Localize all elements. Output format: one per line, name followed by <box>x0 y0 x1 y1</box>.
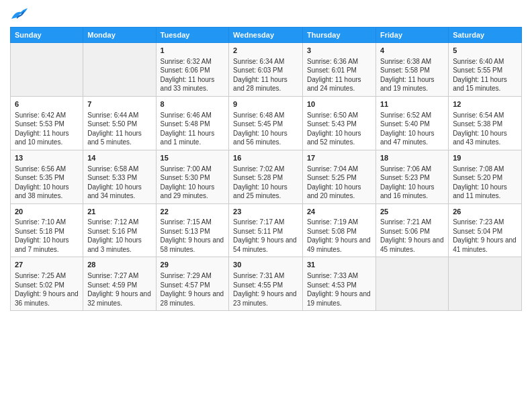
day-info: Sunrise: 6:54 AMSunset: 5:38 PMDaylight:… <box>453 111 517 147</box>
day-number: 25 <box>380 207 444 217</box>
day-number: 1 <box>161 46 225 56</box>
day-info: Sunrise: 6:56 AMSunset: 5:35 PMDaylight:… <box>15 165 79 201</box>
day-info: Sunrise: 6:48 AMSunset: 5:45 PMDaylight:… <box>233 111 298 147</box>
calendar-cell <box>11 43 83 97</box>
day-number: 2 <box>233 46 298 56</box>
day-info: Sunrise: 6:46 AMSunset: 5:48 PMDaylight:… <box>161 111 225 147</box>
day-info: Sunrise: 6:42 AMSunset: 5:53 PMDaylight:… <box>15 111 79 147</box>
day-info: Sunrise: 6:50 AMSunset: 5:43 PMDaylight:… <box>307 111 371 147</box>
calendar-cell: 27Sunrise: 7:25 AMSunset: 5:02 PMDayligh… <box>11 257 83 311</box>
day-info: Sunrise: 6:38 AMSunset: 5:58 PMDaylight:… <box>380 57 444 93</box>
calendar-cell: 19Sunrise: 7:08 AMSunset: 5:20 PMDayligh… <box>449 150 522 203</box>
day-number: 24 <box>307 207 371 217</box>
calendar-cell: 8Sunrise: 6:46 AMSunset: 5:48 PMDaylight… <box>156 96 229 150</box>
calendar-cell: 5Sunrise: 6:40 AMSunset: 5:55 PMDaylight… <box>449 43 522 97</box>
day-number: 22 <box>161 207 225 217</box>
logo-icon <box>10 7 29 21</box>
calendar-cell: 20Sunrise: 7:10 AMSunset: 5:18 PMDayligh… <box>11 203 83 257</box>
day-info: Sunrise: 7:25 AMSunset: 5:02 PMDaylight:… <box>15 271 79 308</box>
day-number: 6 <box>15 99 79 109</box>
calendar-cell: 14Sunrise: 6:58 AMSunset: 5:33 PMDayligh… <box>83 150 156 203</box>
calendar-cell: 7Sunrise: 6:44 AMSunset: 5:50 PMDaylight… <box>83 96 156 150</box>
day-number: 15 <box>161 153 225 163</box>
day-info: Sunrise: 6:44 AMSunset: 5:50 PMDaylight:… <box>87 111 151 147</box>
day-info: Sunrise: 7:29 AMSunset: 4:57 PMDaylight:… <box>161 271 225 308</box>
day-info: Sunrise: 7:15 AMSunset: 5:13 PMDaylight:… <box>161 218 225 254</box>
day-info: Sunrise: 7:04 AMSunset: 5:25 PMDaylight:… <box>307 165 371 201</box>
day-info: Sunrise: 6:40 AMSunset: 5:55 PMDaylight:… <box>453 57 517 93</box>
week-row-3: 13Sunrise: 6:56 AMSunset: 5:35 PMDayligh… <box>11 150 522 203</box>
weekday-header-friday: Friday <box>375 28 448 43</box>
weekday-header-row: SundayMondayTuesdayWednesdayThursdayFrid… <box>11 28 522 43</box>
calendar-cell: 28Sunrise: 7:27 AMSunset: 4:59 PMDayligh… <box>83 257 156 311</box>
weekday-header-monday: Monday <box>83 28 156 43</box>
day-info: Sunrise: 7:19 AMSunset: 5:08 PMDaylight:… <box>307 218 371 254</box>
day-info: Sunrise: 7:06 AMSunset: 5:23 PMDaylight:… <box>380 165 444 201</box>
day-number: 31 <box>307 260 371 270</box>
calendar-cell: 9Sunrise: 6:48 AMSunset: 5:45 PMDaylight… <box>229 96 303 150</box>
day-number: 9 <box>233 99 298 109</box>
calendar-cell: 13Sunrise: 6:56 AMSunset: 5:35 PMDayligh… <box>11 150 83 203</box>
week-row-4: 20Sunrise: 7:10 AMSunset: 5:18 PMDayligh… <box>11 203 522 257</box>
calendar-cell: 31Sunrise: 7:33 AMSunset: 4:53 PMDayligh… <box>303 257 376 311</box>
day-info: Sunrise: 6:58 AMSunset: 5:33 PMDaylight:… <box>87 165 151 201</box>
day-number: 11 <box>380 99 444 109</box>
day-number: 21 <box>87 207 151 217</box>
calendar-cell: 12Sunrise: 6:54 AMSunset: 5:38 PMDayligh… <box>449 96 522 150</box>
weekday-header-wednesday: Wednesday <box>229 28 303 43</box>
day-info: Sunrise: 7:17 AMSunset: 5:11 PMDaylight:… <box>233 218 298 254</box>
day-number: 8 <box>161 99 225 109</box>
weekday-header-tuesday: Tuesday <box>156 28 229 43</box>
calendar-cell: 16Sunrise: 7:02 AMSunset: 5:28 PMDayligh… <box>229 150 303 203</box>
calendar-cell: 2Sunrise: 6:34 AMSunset: 6:03 PMDaylight… <box>229 43 303 97</box>
calendar-cell: 3Sunrise: 6:36 AMSunset: 6:01 PMDaylight… <box>303 43 376 97</box>
day-number: 20 <box>15 207 79 217</box>
day-number: 17 <box>307 153 371 163</box>
day-number: 26 <box>453 207 517 217</box>
day-info: Sunrise: 7:21 AMSunset: 5:06 PMDaylight:… <box>380 218 444 254</box>
day-info: Sunrise: 7:33 AMSunset: 4:53 PMDaylight:… <box>307 271 371 308</box>
calendar-cell: 21Sunrise: 7:12 AMSunset: 5:16 PMDayligh… <box>83 203 156 257</box>
day-number: 19 <box>453 153 517 163</box>
day-number: 13 <box>15 153 79 163</box>
calendar-cell: 1Sunrise: 6:32 AMSunset: 6:06 PMDaylight… <box>156 43 229 97</box>
day-info: Sunrise: 6:52 AMSunset: 5:40 PMDaylight:… <box>380 111 444 147</box>
weekday-header-sunday: Sunday <box>11 28 83 43</box>
day-number: 18 <box>380 153 444 163</box>
weekday-header-saturday: Saturday <box>449 28 522 43</box>
day-number: 29 <box>161 260 225 270</box>
calendar-cell: 4Sunrise: 6:38 AMSunset: 5:58 PMDaylight… <box>375 43 448 97</box>
header <box>10 7 522 21</box>
calendar-cell <box>83 43 156 97</box>
week-row-1: 1Sunrise: 6:32 AMSunset: 6:06 PMDaylight… <box>11 43 522 97</box>
logo <box>10 7 32 21</box>
week-row-5: 27Sunrise: 7:25 AMSunset: 5:02 PMDayligh… <box>11 257 522 311</box>
day-number: 4 <box>380 46 444 56</box>
day-number: 16 <box>233 153 298 163</box>
day-number: 23 <box>233 207 298 217</box>
calendar-cell: 25Sunrise: 7:21 AMSunset: 5:06 PMDayligh… <box>375 203 448 257</box>
calendar-cell: 18Sunrise: 7:06 AMSunset: 5:23 PMDayligh… <box>375 150 448 203</box>
day-info: Sunrise: 7:23 AMSunset: 5:04 PMDaylight:… <box>453 218 517 254</box>
day-number: 12 <box>453 99 517 109</box>
day-number: 28 <box>87 260 151 270</box>
day-number: 7 <box>87 99 151 109</box>
calendar-cell: 29Sunrise: 7:29 AMSunset: 4:57 PMDayligh… <box>156 257 229 311</box>
week-row-2: 6Sunrise: 6:42 AMSunset: 5:53 PMDaylight… <box>11 96 522 150</box>
weekday-header-thursday: Thursday <box>303 28 376 43</box>
day-info: Sunrise: 6:32 AMSunset: 6:06 PMDaylight:… <box>161 57 225 93</box>
day-info: Sunrise: 6:36 AMSunset: 6:01 PMDaylight:… <box>307 57 371 93</box>
calendar-table: SundayMondayTuesdayWednesdayThursdayFrid… <box>10 27 522 311</box>
calendar-cell <box>449 257 522 311</box>
calendar-cell: 26Sunrise: 7:23 AMSunset: 5:04 PMDayligh… <box>449 203 522 257</box>
day-number: 14 <box>87 153 151 163</box>
day-info: Sunrise: 7:02 AMSunset: 5:28 PMDaylight:… <box>233 165 298 201</box>
calendar-cell: 24Sunrise: 7:19 AMSunset: 5:08 PMDayligh… <box>303 203 376 257</box>
day-info: Sunrise: 7:10 AMSunset: 5:18 PMDaylight:… <box>15 218 79 254</box>
day-number: 3 <box>307 46 371 56</box>
calendar-cell: 6Sunrise: 6:42 AMSunset: 5:53 PMDaylight… <box>11 96 83 150</box>
calendar-cell: 30Sunrise: 7:31 AMSunset: 4:55 PMDayligh… <box>229 257 303 311</box>
page-container: SundayMondayTuesdayWednesdayThursdayFrid… <box>0 0 532 318</box>
day-number: 10 <box>307 99 371 109</box>
day-info: Sunrise: 7:31 AMSunset: 4:55 PMDaylight:… <box>233 271 298 308</box>
